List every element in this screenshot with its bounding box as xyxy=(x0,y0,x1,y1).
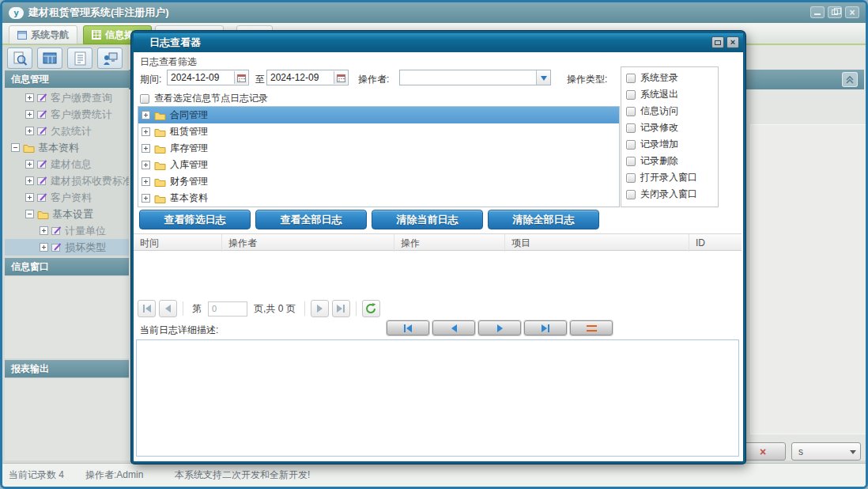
nav-next-button[interactable] xyxy=(478,320,521,335)
close-button[interactable]: × xyxy=(845,6,859,18)
last-page-button[interactable] xyxy=(332,300,350,317)
dialog-restore-button[interactable] xyxy=(711,36,724,48)
column-operation[interactable]: 操作 xyxy=(394,234,505,252)
toolbar xyxy=(7,47,129,70)
view-filtered-logs-button[interactable]: 查看筛选日志 xyxy=(139,210,251,229)
sidebar-item-customer-payment-query[interactable]: 客户缴费查询 xyxy=(5,89,129,106)
tree-item-inbound-mgmt[interactable]: 入库管理 xyxy=(138,157,619,173)
chevron-up-icon xyxy=(845,75,855,85)
checkbox[interactable] xyxy=(626,107,636,116)
refresh-button[interactable] xyxy=(362,300,380,317)
cancel-button[interactable]: × xyxy=(740,442,786,461)
tree-item-inventory-mgmt[interactable]: 库存管理 xyxy=(138,140,619,157)
description-textarea[interactable] xyxy=(136,339,739,457)
next-page-button[interactable] xyxy=(311,300,329,317)
nav-last-button[interactable] xyxy=(524,320,567,335)
dialog-titlebar[interactable]: 日志查看器 × xyxy=(134,33,743,52)
date-to-input[interactable] xyxy=(267,72,330,83)
report-button[interactable] xyxy=(67,47,92,69)
checkbox[interactable] xyxy=(626,157,636,166)
expand-plus-icon[interactable] xyxy=(142,177,150,186)
expand-plus-icon[interactable] xyxy=(25,110,34,119)
expand-plus-icon[interactable] xyxy=(25,127,34,135)
type-info-access[interactable]: 信息访问 xyxy=(626,103,718,119)
sidebar-section-window-title[interactable]: 信息窗口 xyxy=(5,258,129,275)
type-close-entry-window[interactable]: 关闭录入窗口 xyxy=(626,186,718,203)
first-page-button[interactable] xyxy=(138,300,156,317)
dialog-close-button[interactable]: × xyxy=(726,36,739,48)
tree-item-contract-mgmt[interactable]: 合同管理 xyxy=(138,107,619,123)
restore-button[interactable] xyxy=(828,6,842,18)
sidebar-item-basic-settings[interactable]: 基本设置 xyxy=(5,206,129,222)
checkbox[interactable] xyxy=(626,140,636,150)
sidebar-item-arrears-stats[interactable]: 欠款统计 xyxy=(5,123,129,139)
expand-plus-icon[interactable] xyxy=(40,243,48,252)
sidebar-item-customer-payment-stats[interactable]: 客户缴费统计 xyxy=(5,106,129,123)
sidebar-item-damage-fee-standard[interactable]: 建材损坏收费标准 xyxy=(5,172,129,189)
collapse-minus-icon[interactable] xyxy=(25,210,34,218)
bottom-combobox[interactable]: s xyxy=(791,442,861,461)
clear-all-logs-button[interactable]: 清除全部日志 xyxy=(488,210,599,229)
table-view-button[interactable] xyxy=(37,47,62,69)
checkbox[interactable] xyxy=(626,74,636,83)
type-record-add[interactable]: 记录增加 xyxy=(626,136,718,153)
tree-item-basic-data[interactable]: 基本资料 xyxy=(138,190,619,207)
column-operator[interactable]: 操作者 xyxy=(222,234,394,252)
operator-combobox[interactable] xyxy=(399,70,551,85)
type-record-modify[interactable]: 记录修改 xyxy=(626,119,718,136)
view-all-logs-button[interactable]: 查看全部日志 xyxy=(255,210,367,229)
sidebar-section-report-title[interactable]: 报表输出 xyxy=(5,360,129,377)
calendar-button[interactable] xyxy=(234,71,247,84)
expand-plus-icon[interactable] xyxy=(142,111,150,119)
date-from-field[interactable] xyxy=(167,70,249,85)
type-system-login[interactable]: 系统登录 xyxy=(626,70,718,86)
checkbox[interactable] xyxy=(626,123,636,133)
nav-last-icon xyxy=(548,324,549,332)
expand-plus-icon[interactable] xyxy=(142,161,150,169)
type-record-delete[interactable]: 记录删除 xyxy=(626,153,718,169)
checkbox[interactable] xyxy=(140,94,149,104)
column-time[interactable]: 时间 xyxy=(134,234,222,252)
column-project[interactable]: 项目 xyxy=(505,234,689,252)
node-filter-checkbox-row[interactable]: 查看选定信息节点日志记录 xyxy=(140,92,268,105)
type-open-entry-window[interactable]: 打开录入窗口 xyxy=(626,169,718,186)
tab-system-navigation[interactable]: 系统导航 xyxy=(9,25,77,44)
nav-prev-button[interactable] xyxy=(432,320,475,335)
column-id[interactable]: ID xyxy=(689,234,742,252)
calendar-button[interactable] xyxy=(334,71,347,84)
search-button[interactable] xyxy=(7,47,32,69)
nav-equals-button[interactable] xyxy=(570,320,613,335)
collapse-panel-button[interactable] xyxy=(842,72,858,87)
checkbox[interactable] xyxy=(626,173,636,183)
date-to-field[interactable] xyxy=(266,70,349,85)
expand-plus-icon[interactable] xyxy=(25,193,34,202)
user-button[interactable] xyxy=(97,47,123,69)
combobox-dropdown-button[interactable] xyxy=(536,70,550,85)
date-from-input[interactable] xyxy=(168,72,231,83)
type-system-logout[interactable]: 系统退出 xyxy=(626,86,718,103)
checkbox[interactable] xyxy=(626,190,636,199)
prev-page-button[interactable] xyxy=(159,300,177,317)
sidebar-item-customer-data[interactable]: 客户资料 xyxy=(5,189,129,206)
expand-plus-icon[interactable] xyxy=(25,160,34,169)
expand-plus-icon[interactable] xyxy=(25,93,34,102)
minimize-button[interactable] xyxy=(810,6,825,18)
expand-plus-icon[interactable] xyxy=(25,176,34,185)
expand-plus-icon[interactable] xyxy=(142,127,150,136)
expand-plus-icon[interactable] xyxy=(142,144,150,153)
expand-plus-icon[interactable] xyxy=(142,194,150,203)
collapse-minus-icon[interactable] xyxy=(11,143,20,152)
sidebar-section-info-title[interactable]: 信息管理 xyxy=(5,70,129,88)
sidebar-item-measure-unit[interactable]: 计量单位 xyxy=(5,222,129,239)
sidebar-item-material-info[interactable]: 建材信息 xyxy=(5,156,129,172)
checkbox[interactable] xyxy=(626,90,636,100)
tree-item-rental-mgmt[interactable]: 租赁管理 xyxy=(138,123,619,140)
statusbar: 当前记录数 4 操作者:Admin 本系统支持二次开发和全新开发! xyxy=(2,463,866,487)
expand-plus-icon[interactable] xyxy=(40,226,48,235)
sidebar-item-damage-type[interactable]: 损坏类型 xyxy=(5,239,129,256)
clear-current-logs-button[interactable]: 清除当前日志 xyxy=(372,210,483,229)
sidebar-item-basic-data[interactable]: 基本资料 xyxy=(5,139,129,156)
page-number-input[interactable] xyxy=(208,301,247,317)
tree-item-finance-mgmt[interactable]: 财务管理 xyxy=(138,173,619,190)
nav-first-button[interactable] xyxy=(387,320,429,335)
